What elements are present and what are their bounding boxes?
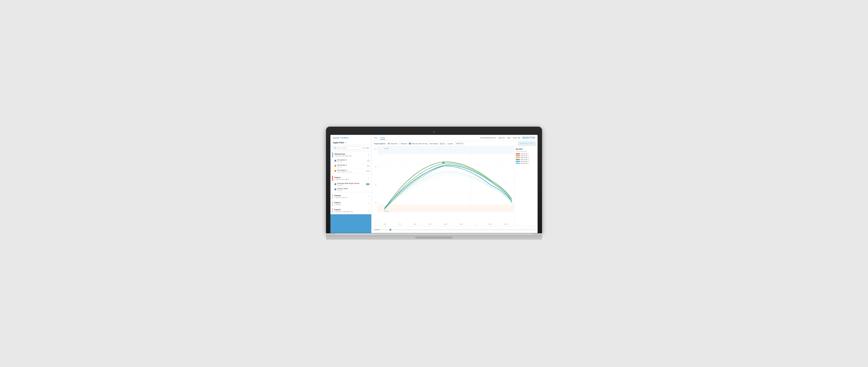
sensor-sd3[interactable]: 📍 SD sensor 3 sensor offline for 24 hrs …	[331, 169, 371, 174]
group-chevron-fielda: ▲	[368, 178, 369, 179]
sensor-name-sd2: SD sensor 2	[337, 164, 367, 166]
sensor-icon-multidepth: 📍	[334, 183, 336, 185]
sensor-grid-sd2	[367, 165, 369, 167]
download-button[interactable]: Download & Print ▾	[518, 142, 535, 145]
laptop-wrapper: SENS°TERRA Apple Park ▾ 🔍 sensor search …	[326, 127, 542, 240]
nav-help[interactable]: Help	[507, 137, 510, 139]
svg-point-16	[443, 162, 444, 163]
time-unit-label: 5 years	[447, 143, 453, 145]
group-info-glasshouse: Glasshouse 3 sensors, one offline line	[334, 153, 368, 157]
sensor-name-sensorname: Sensor name	[337, 187, 369, 190]
graph-options-bar: Graph Options: Overvired Stacked	[372, 141, 537, 146]
group-color-bar-fieldb	[332, 194, 333, 199]
show-toowet-checkbox[interactable]: ✓ Show too wet / too dry	[409, 143, 427, 145]
legend-title: May 2016	[516, 148, 536, 150]
group-fieldb-header[interactable]: Field B 3 sensors, just fine ▾	[331, 192, 371, 200]
sensor-info-multidepth: Example Multi Depth Sensor just fine	[337, 182, 366, 186]
group-glasshouse-header[interactable]: Glasshouse 3 sensors, one offline line ▲	[331, 151, 371, 158]
depth-select[interactable]: All cm	[439, 142, 446, 145]
sensor-icon-sensorname: 📍	[334, 188, 336, 190]
legend-items: 10% 5% (M...) 20% 5% (M...) 30% 5% (M...…	[516, 153, 536, 164]
x-label-7: 06/12	[489, 223, 492, 225]
group-name-glasshouse: Glasshouse	[334, 153, 368, 155]
laptop-base	[326, 233, 542, 239]
humi-select[interactable]: Humi-% ▾	[455, 142, 465, 145]
nav-signout[interactable]: Sign Out	[498, 137, 505, 139]
legend-color-5	[516, 161, 520, 162]
sensor-name-sd1: SD sensor 1	[337, 159, 367, 161]
legend-label-4: 40% 5% (M...)	[521, 159, 529, 160]
group-name-fieldd: Field D	[334, 209, 369, 211]
main-content: Map Graph monitor@domain.com Sign Out He…	[372, 135, 537, 233]
sensor-badge-live: live	[366, 183, 369, 185]
timeline-handle[interactable]	[390, 229, 391, 231]
group-info-fieldc: Field C 3 sensors	[334, 202, 369, 205]
view-depth-control: View Depth: All cm	[429, 142, 446, 145]
group-color-bar-glasshouse	[332, 152, 333, 157]
sidebar-location[interactable]: Apple Park ▾	[331, 141, 371, 145]
group-color-bar-fielda	[332, 176, 333, 181]
chart-svg: too wet too dry	[377, 146, 514, 220]
group-fielda-sensors: 📍 Example Multi Depth Sensor just fine l…	[331, 182, 371, 192]
sensor-status-sd3: sensor offline for 24 hrs	[337, 171, 365, 173]
sensor-name-sd3: SD sensor 3	[337, 169, 365, 171]
search-box[interactable]: 🔍 sensor search	[332, 146, 362, 150]
svg-text:too dry: too dry	[384, 210, 389, 212]
filter-icon: ⊞	[363, 147, 365, 149]
timeline-label[interactable]: 1 Week ▾	[373, 229, 380, 231]
x-label-2: 06/8	[413, 223, 416, 225]
sensor-sd1[interactable]: 📍 SD sensor 1 just fine	[331, 158, 371, 163]
top-nav: Map Graph monitor@domain.com Sign Out He…	[372, 135, 537, 141]
group-name-fieldc: Field C	[334, 202, 369, 204]
legend-item-3: 30% 5% (M...)	[516, 157, 536, 158]
y-label-75: 75	[375, 166, 376, 167]
nav-user-email: monitor@domain.com	[480, 137, 496, 139]
group-status-glasshouse: 3 sensors, one offline line	[334, 155, 368, 157]
sidebar-logo: SENS°TERRA	[331, 135, 371, 141]
y-label-0: 0	[376, 220, 376, 221]
svg-rect-14	[377, 205, 514, 212]
sidebar: SENS°TERRA Apple Park ▾ 🔍 sensor search …	[331, 135, 372, 233]
sensor-name-multidepth: Example Multi Depth Sensor	[337, 182, 366, 184]
y-label-25: 25	[375, 202, 376, 204]
group-fieldc-header[interactable]: Field C 3 sensors ▾	[331, 200, 371, 207]
nav-closetab[interactable]: Close Tab	[513, 137, 520, 139]
tab-graph[interactable]: Graph	[380, 136, 385, 140]
group-status-fielda: 4 sensors, one offline	[334, 179, 368, 180]
tab-map[interactable]: Map	[374, 136, 378, 139]
group-chevron-glasshouse: ▲	[368, 154, 369, 156]
sensor-multidepth[interactable]: 📍 Example Multi Depth Sensor just fine l…	[331, 182, 371, 187]
group-fieldd-header[interactable]: Field D 4 sensors, 1 app offline live ▾	[331, 207, 371, 214]
group-status-fieldc: 3 sensors	[334, 204, 369, 205]
radio-stacked[interactable]: Stacked	[399, 143, 407, 145]
svg-text:too wet: too wet	[384, 148, 389, 149]
sensor-grid-sd3	[367, 170, 369, 172]
x-label-0: 06/6	[383, 223, 386, 225]
sensor-icon-sd3: 📍	[334, 170, 336, 172]
location-chevron: ▾	[345, 142, 346, 144]
radio-overvired[interactable]: Overvired	[388, 143, 397, 145]
checkbox-toowet: ✓	[409, 143, 411, 145]
humi-control: Humi-% ▾	[455, 142, 465, 145]
group-fielda-header[interactable]: Field A 4 sensors, one offline ▲	[331, 175, 371, 182]
laptop-reflection	[335, 233, 533, 235]
legend-label-2: 20% 5% (M...)	[521, 155, 529, 156]
sensor-info-sd2: SD sensor 2 too dry	[337, 164, 367, 167]
location-name: Apple Park	[333, 142, 344, 144]
legend-color-1	[516, 153, 520, 154]
filter-button[interactable]: ⊞ 1 filter	[363, 147, 369, 149]
sensor-sensorname[interactable]: 📍 Sensor name just fine	[331, 187, 371, 192]
filter-label: 1 filter	[365, 147, 369, 149]
time-unit-control: 5 years	[447, 143, 453, 145]
legend-item-2: 20% 5% (M...)	[516, 155, 536, 156]
x-label-5: 06/11	[460, 223, 463, 225]
sensor-warning-sd3: ⚠	[365, 170, 367, 172]
sensor-info-sd1: SD sensor 1 just fine	[337, 159, 367, 162]
legend-item-6: 60% 5% (M...)	[516, 162, 536, 164]
radio-label-stacked: Stacked	[401, 143, 407, 145]
sensor-status-sd2: too dry	[337, 166, 367, 167]
group-status-fieldd: 4 sensors, 1 app offline live	[334, 211, 369, 212]
timeline-slider[interactable]	[382, 229, 536, 230]
sensor-sd2[interactable]: 📍 SD sensor 2 too dry	[331, 163, 371, 169]
group-name-fieldb: Field B	[334, 194, 369, 197]
